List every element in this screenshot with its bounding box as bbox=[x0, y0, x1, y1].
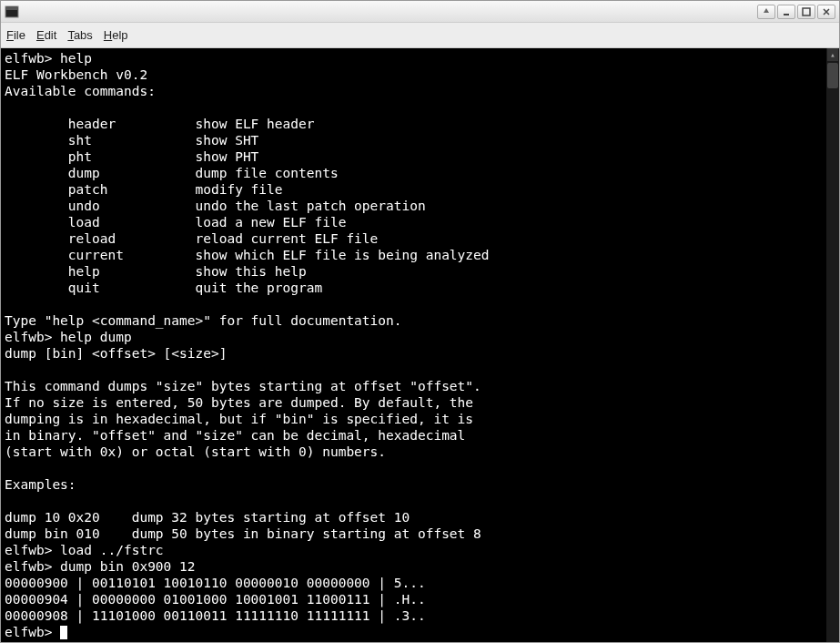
prompt-line: elfwb> bbox=[5, 625, 67, 639]
svg-rect-2 bbox=[784, 14, 789, 15]
maximize-button[interactable] bbox=[797, 5, 815, 19]
always-on-top-button[interactable] bbox=[757, 5, 775, 19]
menu-edit[interactable]: Edit bbox=[36, 28, 56, 42]
terminal-content: elfwb> help ELF Workbench v0.2 Available… bbox=[5, 51, 490, 623]
menubar: File Edit Tabs Help bbox=[1, 23, 839, 48]
titlebar[interactable] bbox=[1, 1, 839, 23]
menu-file[interactable]: File bbox=[6, 28, 25, 42]
cursor-block bbox=[60, 626, 67, 639]
svg-rect-1 bbox=[6, 7, 17, 10]
close-button[interactable] bbox=[817, 5, 835, 19]
scroll-up-arrow-icon[interactable]: ▴ bbox=[827, 48, 838, 61]
scroll-thumb[interactable] bbox=[827, 63, 838, 88]
svg-rect-3 bbox=[803, 8, 810, 15]
menu-help[interactable]: Help bbox=[104, 28, 128, 42]
terminal-viewport[interactable]: elfwb> help ELF Workbench v0.2 Available… bbox=[1, 48, 839, 642]
scrollbar[interactable]: ▴ bbox=[826, 48, 839, 642]
minimize-button[interactable] bbox=[777, 5, 795, 19]
menu-tabs[interactable]: Tabs bbox=[67, 28, 92, 42]
app-icon bbox=[5, 5, 19, 19]
terminal-window: File Edit Tabs Help elfwb> help ELF Work… bbox=[0, 0, 840, 643]
